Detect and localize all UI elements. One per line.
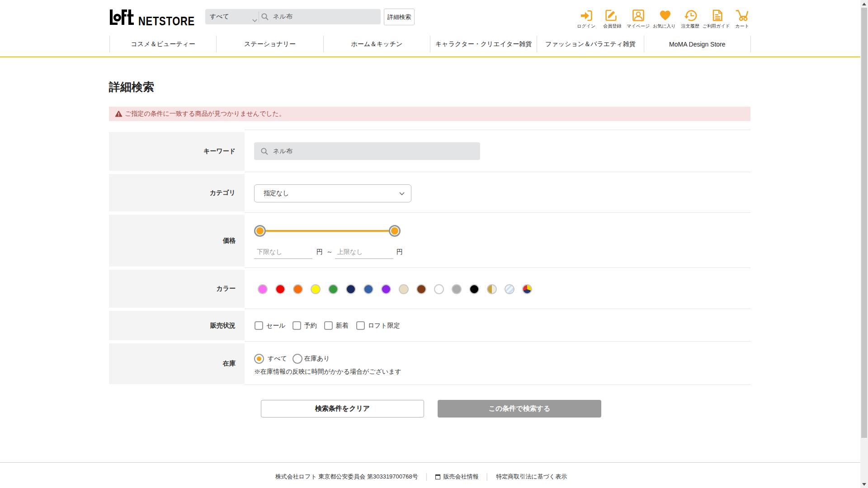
svg-text:NETSTORE: NETSTORE — [138, 14, 195, 28]
